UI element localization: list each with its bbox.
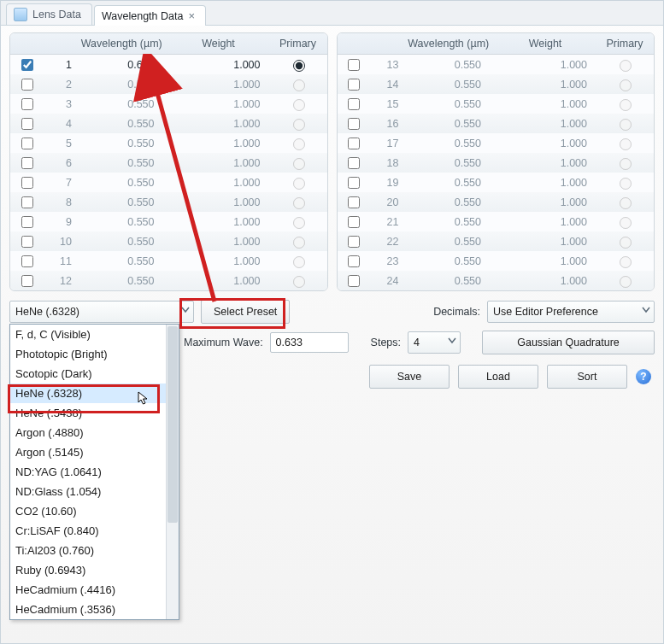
save-button[interactable]: Save bbox=[369, 365, 450, 389]
table-row[interactable]: 140.5501.000 bbox=[338, 74, 655, 94]
table-row[interactable]: 160.5501.000 bbox=[338, 114, 655, 133]
row-enable-checkbox[interactable] bbox=[21, 255, 33, 267]
row-weight-cell[interactable]: 1.000 bbox=[490, 118, 596, 130]
row-wavelength-cell[interactable]: 0.550 bbox=[404, 216, 491, 228]
preset-option[interactable]: CO2 (10.60) bbox=[10, 501, 179, 521]
row-primary-radio[interactable] bbox=[620, 197, 632, 209]
preset-option[interactable]: HeNe (.5438) bbox=[10, 403, 179, 423]
row-primary-radio[interactable] bbox=[293, 256, 305, 268]
max-wave-input[interactable] bbox=[270, 332, 349, 353]
preset-option[interactable]: HeNe (.6328) bbox=[10, 383, 179, 403]
row-primary-radio[interactable] bbox=[293, 138, 305, 150]
steps-combo[interactable]: 4 bbox=[408, 331, 461, 354]
table-row[interactable]: 150.5501.000 bbox=[338, 94, 655, 114]
load-button[interactable]: Load bbox=[458, 365, 538, 389]
table-row[interactable]: 230.5501.000 bbox=[338, 251, 655, 271]
row-enable-checkbox[interactable] bbox=[348, 157, 360, 169]
row-enable-checkbox[interactable] bbox=[348, 236, 360, 248]
help-icon[interactable]: ? bbox=[636, 369, 651, 384]
table-row[interactable]: 170.5501.000 bbox=[338, 133, 655, 153]
row-wavelength-cell[interactable]: 0.550 bbox=[77, 98, 163, 110]
preset-option[interactable]: Scotopic (Dark) bbox=[10, 364, 179, 383]
row-wavelength-cell[interactable]: 0.550 bbox=[404, 196, 491, 208]
scrollbar-thumb[interactable] bbox=[167, 326, 178, 523]
row-wavelength-cell[interactable]: 0.550 bbox=[404, 275, 491, 287]
preset-option[interactable]: F, d, C (Visible) bbox=[10, 325, 179, 344]
table-row[interactable]: 110.5501.000 bbox=[10, 251, 327, 271]
preset-option[interactable]: Argon (.5145) bbox=[10, 442, 179, 462]
row-wavelength-cell[interactable]: 0.550 bbox=[404, 138, 491, 149]
row-wavelength-cell[interactable]: 0.550 bbox=[77, 157, 163, 169]
row-wavelength-cell[interactable]: 0.550 bbox=[77, 118, 163, 130]
preset-option[interactable]: HeCadmium (.3536) bbox=[10, 600, 179, 619]
col-primary[interactable]: Primary bbox=[269, 33, 327, 54]
preset-dropdown-list[interactable]: F, d, C (Visible)Phototopic (Bright)Scot… bbox=[9, 324, 179, 620]
row-enable-checkbox[interactable] bbox=[21, 157, 33, 169]
row-primary-radio[interactable] bbox=[620, 60, 632, 72]
row-weight-cell[interactable]: 1.000 bbox=[163, 118, 269, 130]
preset-option[interactable]: ND:Glass (1.054) bbox=[10, 482, 179, 501]
preset-option[interactable]: Ti:Al203 (0.760) bbox=[10, 541, 179, 560]
row-enable-checkbox[interactable] bbox=[348, 79, 360, 91]
row-weight-cell[interactable]: 1.000 bbox=[490, 138, 596, 149]
row-enable-checkbox[interactable] bbox=[348, 118, 360, 130]
row-primary-radio[interactable] bbox=[293, 178, 305, 190]
row-wavelength-cell[interactable]: 0.550 bbox=[404, 98, 491, 110]
table-row[interactable]: 40.5501.000 bbox=[10, 114, 327, 133]
row-enable-checkbox[interactable] bbox=[21, 118, 33, 130]
row-primary-radio[interactable] bbox=[293, 79, 305, 91]
row-wavelength-cell[interactable]: 0.633 bbox=[77, 59, 163, 71]
row-primary-radio[interactable] bbox=[293, 119, 305, 131]
row-enable-checkbox[interactable] bbox=[21, 216, 33, 228]
row-primary-radio[interactable] bbox=[293, 197, 305, 209]
row-enable-checkbox[interactable] bbox=[21, 177, 33, 189]
row-wavelength-cell[interactable]: 0.550 bbox=[77, 177, 163, 189]
close-icon[interactable]: × bbox=[188, 9, 195, 22]
row-wavelength-cell[interactable]: 0.550 bbox=[77, 236, 163, 248]
row-primary-radio[interactable] bbox=[620, 256, 632, 268]
preset-option[interactable]: Ruby (0.6943) bbox=[10, 560, 179, 580]
table-row[interactable]: 50.5501.000 bbox=[10, 133, 327, 153]
row-weight-cell[interactable]: 1.000 bbox=[490, 255, 596, 267]
row-wavelength-cell[interactable]: 0.550 bbox=[404, 255, 491, 267]
row-enable-checkbox[interactable] bbox=[348, 59, 360, 71]
row-weight-cell[interactable]: 1.000 bbox=[490, 79, 596, 91]
row-wavelength-cell[interactable]: 0.550 bbox=[404, 118, 491, 130]
row-enable-checkbox[interactable] bbox=[21, 236, 33, 248]
row-weight-cell[interactable]: 1.000 bbox=[163, 59, 269, 71]
preset-option[interactable]: Argon (.4880) bbox=[10, 423, 179, 442]
table-row[interactable]: 80.5501.000 bbox=[10, 192, 327, 212]
table-row[interactable]: 200.5501.000 bbox=[338, 192, 655, 212]
row-primary-radio[interactable] bbox=[293, 276, 305, 288]
row-weight-cell[interactable]: 1.000 bbox=[163, 98, 269, 110]
row-weight-cell[interactable]: 1.000 bbox=[490, 157, 596, 169]
row-weight-cell[interactable]: 1.000 bbox=[490, 196, 596, 208]
sort-button[interactable]: Sort bbox=[547, 365, 627, 389]
row-primary-radio[interactable] bbox=[620, 79, 632, 91]
preset-option[interactable]: ND:YAG (1.0641) bbox=[10, 462, 179, 482]
row-wavelength-cell[interactable]: 0.550 bbox=[404, 59, 491, 71]
row-enable-checkbox[interactable] bbox=[348, 177, 360, 189]
col-wavelength[interactable]: Wavelength (µm) bbox=[403, 33, 496, 54]
row-wavelength-cell[interactable]: 0.550 bbox=[77, 196, 163, 208]
table-row[interactable]: 180.5501.000 bbox=[338, 153, 655, 173]
row-enable-checkbox[interactable] bbox=[21, 59, 33, 71]
row-weight-cell[interactable]: 1.000 bbox=[163, 275, 269, 287]
row-weight-cell[interactable]: 1.000 bbox=[163, 177, 269, 189]
row-weight-cell[interactable]: 1.000 bbox=[490, 236, 596, 248]
row-wavelength-cell[interactable]: 0.550 bbox=[77, 216, 163, 228]
row-enable-checkbox[interactable] bbox=[348, 216, 360, 228]
row-wavelength-cell[interactable]: 0.550 bbox=[404, 236, 491, 248]
preset-option[interactable]: Cr:LiSAF (0.840) bbox=[10, 521, 179, 541]
table-row[interactable]: 130.5501.000 bbox=[338, 55, 655, 74]
row-wavelength-cell[interactable]: 0.550 bbox=[77, 255, 163, 267]
row-wavelength-cell[interactable]: 0.550 bbox=[77, 275, 163, 287]
row-primary-radio[interactable] bbox=[620, 158, 632, 170]
gaussian-quadrature-button[interactable]: Gaussian Quadrature bbox=[482, 331, 655, 354]
row-enable-checkbox[interactable] bbox=[348, 98, 360, 110]
select-preset-button[interactable]: Select Preset bbox=[201, 300, 290, 324]
row-enable-checkbox[interactable] bbox=[21, 79, 33, 91]
table-row[interactable]: 220.5501.000 bbox=[338, 231, 655, 251]
row-primary-radio[interactable] bbox=[620, 138, 632, 150]
row-primary-radio[interactable] bbox=[620, 99, 632, 111]
